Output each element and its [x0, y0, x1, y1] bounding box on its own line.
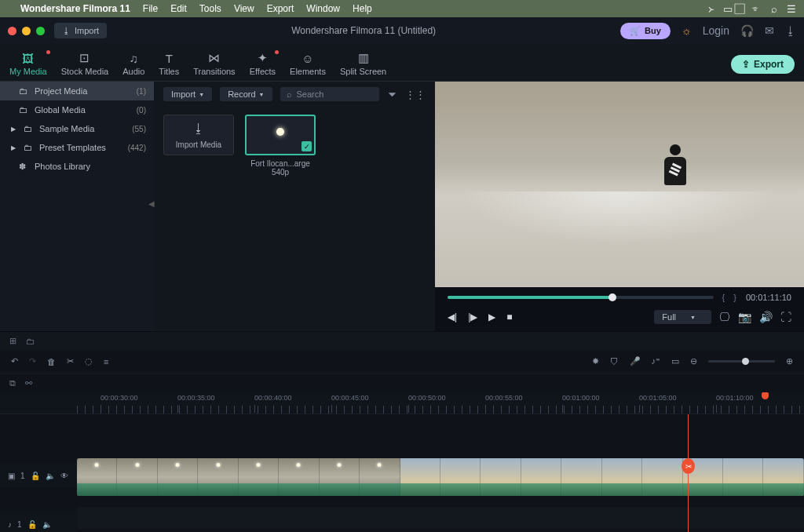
mute-icon[interactable]: 🔈: [42, 520, 52, 529]
delete-icon[interactable]: 🗑: [47, 357, 56, 366]
ruler-label: 00:00:55:00: [485, 394, 523, 402]
buy-button[interactable]: 🛒 Buy: [620, 23, 671, 39]
window-minimize[interactable]: [22, 27, 31, 35]
snapshot-icon[interactable]: 📷: [738, 311, 751, 323]
tab-effects[interactable]: ✦ Effects: [250, 51, 276, 81]
menu-export[interactable]: Export: [267, 3, 294, 14]
playback-progress[interactable]: [448, 296, 714, 299]
download-icon[interactable]: ⭳: [785, 24, 796, 37]
audio-track[interactable]: [77, 507, 804, 529]
chevron-right-icon: ▶: [11, 144, 17, 151]
grid-view-icon[interactable]: ⋮⋮: [405, 89, 426, 100]
video-track-header[interactable]: ▣ 1 🔓 🔈 👁: [0, 463, 77, 488]
tab-elements[interactable]: ☺ Elements: [290, 51, 326, 81]
menu-file[interactable]: File: [143, 3, 158, 14]
sidebar-photos-library[interactable]: ✽ Photos Library: [0, 157, 154, 176]
wifi-icon[interactable]: ᯤ: [751, 3, 762, 15]
tab-stock-media[interactable]: ⊡ Stock Media: [61, 51, 109, 81]
quality-dropdown[interactable]: Full ▼: [654, 310, 711, 324]
display-icon[interactable]: 🖵: [719, 311, 730, 323]
tag-icon[interactable]: ◌: [85, 356, 93, 366]
fullscreen-icon[interactable]: ⛶: [780, 311, 791, 323]
app-name[interactable]: Wondershare Filmora 11: [20, 3, 130, 14]
volume-icon[interactable]: 🔊: [759, 311, 773, 323]
mixer-icon[interactable]: ♪⁼: [652, 356, 661, 366]
import-media-label: Import Media: [176, 140, 221, 149]
tab-label: Elements: [290, 67, 326, 76]
playhead[interactable]: ✂: [688, 414, 689, 532]
chevron-down-icon: ▼: [690, 315, 696, 320]
lock-icon[interactable]: 🔓: [31, 472, 40, 480]
window-zoom[interactable]: [36, 27, 45, 35]
tab-audio[interactable]: ♫ Audio: [122, 51, 144, 81]
tab-transitions[interactable]: ⋈ Transitions: [193, 51, 235, 81]
audio-track-header[interactable]: ♪ 1 🔓 🔈: [0, 512, 77, 532]
messages-icon[interactable]: ✉: [765, 24, 774, 37]
add-folder-icon[interactable]: ⊞: [9, 336, 16, 346]
bluetooth-icon[interactable]: ᚛: [708, 3, 714, 15]
copy-icon[interactable]: ⧉: [9, 378, 16, 388]
color-icon[interactable]: ✸: [592, 356, 599, 366]
record-dropdown[interactable]: Record ▼: [220, 87, 272, 101]
list-icon[interactable]: ≡: [104, 357, 108, 366]
next-frame-button[interactable]: |▶: [468, 312, 477, 322]
chevron-right-icon: ▶: [11, 126, 17, 133]
tab-titles[interactable]: T Titles: [159, 51, 179, 81]
mute-icon[interactable]: 🔈: [46, 472, 55, 480]
prev-frame-button[interactable]: ◀|: [448, 312, 457, 322]
media-clip[interactable]: ✓ Fort Ilocan...arge 540p: [245, 115, 316, 177]
play-button[interactable]: ▶: [488, 312, 495, 322]
tips-icon[interactable]: ☼: [682, 24, 692, 37]
zoom-in-icon[interactable]: ⊕: [786, 356, 793, 366]
check-icon: ✓: [302, 141, 312, 151]
control-center-icon[interactable]: ☰: [787, 3, 796, 15]
shield-icon[interactable]: ⛉: [610, 357, 619, 366]
visibility-icon[interactable]: 👁: [60, 472, 68, 480]
support-icon[interactable]: 🎧: [740, 24, 754, 37]
stop-button[interactable]: ■: [506, 312, 512, 322]
tab-label: Audio: [122, 67, 144, 76]
sidebar-preset-templates[interactable]: ▶ 🗀 Preset Templates (442): [0, 138, 154, 157]
import-dropdown[interactable]: Import ▼: [163, 87, 212, 101]
redo-icon[interactable]: ↷: [29, 356, 36, 366]
import-button[interactable]: ⭳ Import: [54, 23, 107, 38]
search-input[interactable]: ⌕ Search: [280, 87, 379, 101]
splitscreen-icon: ▥: [358, 51, 369, 65]
zoom-out-icon[interactable]: ⊖: [690, 356, 697, 366]
window-close[interactable]: [8, 27, 16, 35]
sidebar-project-media[interactable]: 🗀 Project Media (1): [0, 82, 154, 100]
split-icon[interactable]: ✂: [682, 458, 695, 474]
lock-icon[interactable]: 🔓: [27, 520, 37, 529]
mic-icon[interactable]: 🎤: [630, 356, 641, 366]
badge-icon: [275, 50, 279, 54]
preview-video[interactable]: [435, 82, 804, 287]
caption-icon[interactable]: ▭: [671, 356, 679, 366]
mark-in-out-icon[interactable]: { }: [722, 293, 739, 302]
import-media-card[interactable]: ⭳ Import Media: [163, 115, 234, 155]
menu-help[interactable]: Help: [353, 3, 372, 14]
menu-edit[interactable]: Edit: [170, 3, 187, 14]
tab-split-screen[interactable]: ▥ Split Screen: [340, 51, 386, 81]
folder-icon[interactable]: 🗀: [26, 337, 35, 346]
cut-icon[interactable]: ✂: [67, 356, 74, 366]
spotlight-icon[interactable]: ⌕: [771, 3, 777, 15]
export-label: Export: [754, 59, 784, 70]
menu-view[interactable]: View: [234, 3, 254, 14]
link-icon[interactable]: ⚯: [25, 378, 32, 388]
sidebar-sample-media[interactable]: ▶ 🗀 Sample Media (55): [0, 119, 154, 138]
playhead-marker[interactable]: [762, 392, 769, 399]
folder-icon: 🗀: [19, 105, 28, 115]
filter-icon[interactable]: ⏷: [387, 89, 397, 100]
sidebar-global-media[interactable]: 🗀 Global Media (0): [0, 100, 154, 119]
collapse-handle-icon[interactable]: ◀: [148, 199, 155, 208]
tab-my-media[interactable]: 🖼 My Media: [9, 51, 47, 81]
timeline-clip[interactable]: ge 540p: [77, 458, 804, 496]
menu-window[interactable]: Window: [306, 3, 340, 14]
undo-icon[interactable]: ↶: [11, 356, 18, 366]
battery-icon[interactable]: ▭: [723, 3, 733, 15]
menu-tools[interactable]: Tools: [199, 3, 221, 14]
login-link[interactable]: Login: [703, 24, 729, 37]
zoom-slider[interactable]: [708, 360, 775, 363]
export-button[interactable]: ⇪ Export: [731, 55, 795, 74]
folder-icon: 🗀: [19, 86, 28, 96]
